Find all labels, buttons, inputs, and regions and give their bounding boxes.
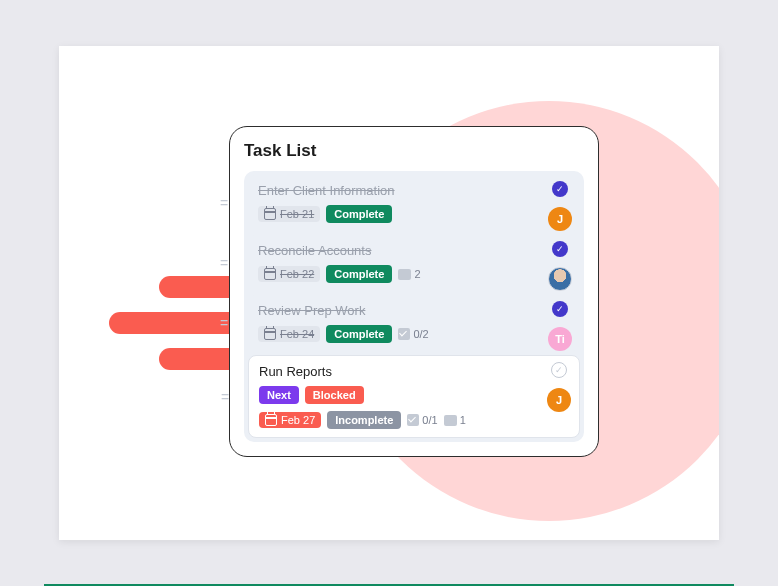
calendar-icon [264, 328, 276, 340]
drag-handle-icon[interactable] [221, 394, 237, 400]
drag-handle-icon[interactable] [220, 260, 236, 266]
comment-icon [398, 269, 411, 280]
checklist-count[interactable]: 0/1 [407, 414, 437, 426]
comments-count[interactable]: 1 [444, 414, 466, 426]
tag-pill[interactable]: Next [259, 386, 299, 404]
task-row[interactable]: Enter Client Information Feb 21 Complete… [248, 175, 580, 231]
date-chip[interactable]: Feb 27 [259, 412, 321, 428]
task-row[interactable]: Run Reports Next Blocked Feb 27 Incomple… [248, 355, 580, 438]
calendar-icon [264, 268, 276, 280]
comment-icon [444, 415, 457, 426]
check-circle-icon[interactable]: ✓ [552, 241, 568, 257]
tag-pill[interactable]: Blocked [305, 386, 364, 404]
date-chip[interactable]: Feb 21 [258, 206, 320, 222]
calendar-icon [264, 208, 276, 220]
status-pill[interactable]: Incomplete [327, 411, 401, 429]
avatar[interactable]: Ti [548, 327, 572, 351]
task-row[interactable]: Review Prep Work Feb 24 Complete 0/2 ✓ T… [248, 295, 580, 351]
task-title: Run Reports [259, 364, 569, 379]
date-chip[interactable]: Feb 22 [258, 266, 320, 282]
check-circle-icon[interactable]: ✓ [552, 301, 568, 317]
avatar[interactable]: J [548, 207, 572, 231]
task-title: Review Prep Work [258, 303, 570, 318]
check-circle-icon[interactable]: ✓ [552, 181, 568, 197]
task-list-panel: Task List Enter Client Information Feb 2… [229, 126, 599, 457]
comments-count[interactable]: 2 [398, 268, 420, 280]
drag-handle-icon[interactable] [220, 200, 236, 206]
task-list: Enter Client Information Feb 21 Complete… [244, 171, 584, 442]
avatar[interactable]: J [547, 388, 571, 412]
checklist-icon [407, 414, 419, 426]
panel-title: Task List [244, 141, 584, 161]
drag-handle-icon[interactable] [220, 320, 236, 326]
checklist-icon [398, 328, 410, 340]
status-pill[interactable]: Complete [326, 205, 392, 223]
avatar[interactable] [548, 267, 572, 291]
check-circle-icon[interactable]: ✓ [551, 362, 567, 378]
status-pill[interactable]: Complete [326, 325, 392, 343]
task-row[interactable]: Reconcile Accounts Feb 22 Complete 2 ✓ [248, 235, 580, 291]
date-chip[interactable]: Feb 24 [258, 326, 320, 342]
status-pill[interactable]: Complete [326, 265, 392, 283]
calendar-icon [265, 414, 277, 426]
task-title: Reconcile Accounts [258, 243, 570, 258]
task-title: Enter Client Information [258, 183, 570, 198]
checklist-count[interactable]: 0/2 [398, 328, 428, 340]
